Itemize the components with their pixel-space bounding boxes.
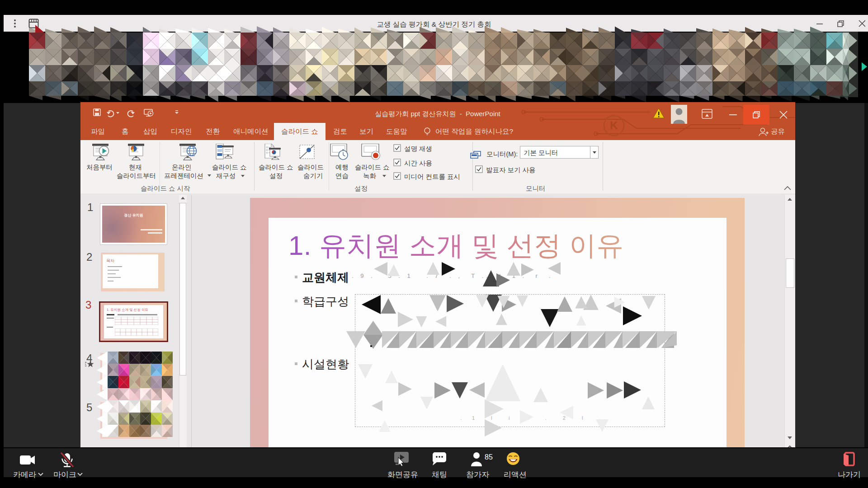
svg-text:85: 85 xyxy=(485,453,493,461)
